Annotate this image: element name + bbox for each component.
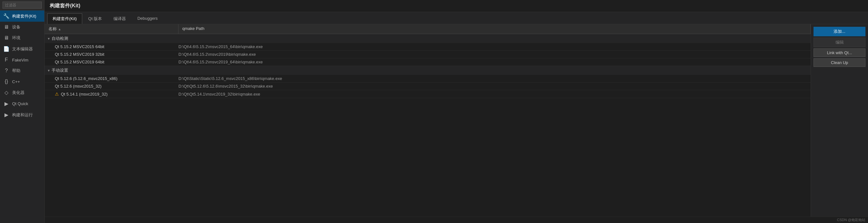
sidebar-icon-env: 🖥 bbox=[3, 35, 9, 41]
sidebar-label-qt-quick: Qt Quick bbox=[12, 101, 28, 106]
sidebar-icon-fakevim: F bbox=[3, 57, 9, 63]
sidebar-item-qt-quick[interactable]: ▶ Qt Quick bbox=[0, 98, 44, 109]
kit-path: D:\Qt\4.6\5.15.2\msvc2019\bin\qmake.exe bbox=[179, 52, 808, 57]
page-title: 构建套件(Kit) bbox=[44, 0, 868, 12]
kit-name: Qt 5.12.6 (msvc2015_32) bbox=[55, 84, 102, 89]
sidebar-label-env: 环境 bbox=[12, 35, 21, 41]
kit-table: 名称 ▲ qmake Path ▼ 自动检测 Qt 5.15.2 MSVC201… bbox=[44, 24, 811, 217]
kit-name: Qt 5.12.6 (5.12.6_msvc2015_x86) bbox=[55, 76, 118, 81]
table-row[interactable]: ⚠ Qt 5.14.1 (msvc2019_32) D:\Qt\Qt5.14.1… bbox=[44, 90, 811, 98]
section-header-manual[interactable]: ▼ 手动设置 bbox=[44, 66, 811, 75]
sidebar-item-devices[interactable]: 🖥 设备 bbox=[0, 22, 44, 32]
sidebar-icon-build-run: ▶ bbox=[3, 112, 9, 118]
row-name: Qt 5.15.2 MSVC2019 64bit bbox=[55, 60, 179, 64]
column-header-name: 名称 ▲ bbox=[44, 24, 179, 34]
sidebar-item-build-kit[interactable]: 🔧 构建套件(Kit) bbox=[0, 10, 44, 22]
edit-button[interactable]: 编辑 bbox=[813, 38, 865, 47]
sort-icon: ▲ bbox=[58, 27, 61, 31]
sidebar-label-cpp: C++ bbox=[12, 79, 20, 84]
table-header: 名称 ▲ qmake Path bbox=[44, 24, 811, 34]
sidebar-item-beautifier[interactable]: ◇ 美化器 bbox=[0, 87, 44, 98]
add-button[interactable]: 添加... bbox=[813, 27, 865, 36]
row-name: Qt 5.12.6 (5.12.6_msvc2015_x86) bbox=[55, 76, 179, 81]
kit-name: Qt 5.14.1 (msvc2019_32) bbox=[61, 92, 108, 97]
sidebar-icon-cpp: {} bbox=[3, 79, 9, 85]
kit-path: D:\Qt\Qt5.14.1\msvc2019_32\bin\qmake.exe bbox=[179, 92, 808, 97]
sidebar: 🔧 构建套件(Kit) 🖥 设备 🖥 环境 📄 文本编辑器 F FakeVim … bbox=[0, 0, 44, 223]
sidebar-item-build-run[interactable]: ▶ 构建和运行 bbox=[0, 109, 44, 120]
kit-name: Qt 5.15.2 MSVC2019 32bit bbox=[55, 52, 104, 57]
table-row[interactable]: Qt 5.15.2 MSVC2015 64bit D:\Qt\4.6\5.15.… bbox=[44, 43, 811, 51]
table-area: 名称 ▲ qmake Path ▼ 自动检测 Qt 5.15.2 MSVC201… bbox=[44, 24, 868, 217]
tab-compiler[interactable]: 编译器 bbox=[108, 13, 131, 24]
sidebar-filter-container bbox=[0, 0, 44, 10]
section-header-auto-detect[interactable]: ▼ 自动检测 bbox=[44, 34, 811, 43]
kit-path: D:\Qt\Static\Static\5.12.6_msvc2015_x86\… bbox=[179, 76, 808, 81]
right-buttons-panel: 添加... 编辑 Link with Qt... Clean Up bbox=[811, 24, 868, 217]
table-body: ▼ 自动检测 Qt 5.15.2 MSVC2015 64bit D:\Qt\4.… bbox=[44, 34, 811, 98]
footer: CSDN @炮彩炮站 bbox=[44, 217, 868, 223]
sidebar-label-devices: 设备 bbox=[12, 24, 21, 30]
row-name: ⚠ Qt 5.14.1 (msvc2019_32) bbox=[55, 91, 179, 97]
column-header-path: qmake Path bbox=[179, 24, 811, 34]
main-content: 构建套件(Kit) 构建套件(Kit)Qt 版本编译器Debuggers 名称 … bbox=[44, 0, 868, 223]
warning-icon: ⚠ bbox=[55, 91, 59, 97]
filter-input[interactable] bbox=[3, 2, 42, 9]
sidebar-label-fakevim: FakeVim bbox=[12, 58, 28, 62]
sidebar-icon-text-editor: 📄 bbox=[3, 46, 9, 52]
sidebar-label-build-kit: 构建套件(Kit) bbox=[12, 13, 36, 19]
kit-path: D:\Qt\4.6\5.15.2\msvc2019_64\bin\qmake.e… bbox=[179, 60, 808, 64]
section-label-auto-detect: 自动检测 bbox=[52, 36, 68, 41]
sidebar-icon-qt-quick: ▶ bbox=[3, 101, 9, 107]
sidebar-label-text-editor: 文本编辑器 bbox=[12, 46, 33, 52]
table-row[interactable]: Qt 5.12.6 (5.12.6_msvc2015_x86) D:\Qt\St… bbox=[44, 75, 811, 83]
tab-debuggers[interactable]: Debuggers bbox=[132, 13, 163, 24]
kit-name: Qt 5.15.2 MSVC2019 64bit bbox=[55, 60, 104, 64]
chevron-manual: ▼ bbox=[47, 69, 50, 72]
link-with-qt-button[interactable]: Link with Qt... bbox=[813, 49, 865, 57]
clean-up-button[interactable]: Clean Up bbox=[813, 58, 865, 67]
section-label-manual: 手动设置 bbox=[52, 67, 68, 73]
sidebar-label-beautifier: 美化器 bbox=[12, 90, 25, 96]
kit-path: D:\Qt\Qt5.12.6\5.12.6\msvc2015_32\bin\qm… bbox=[179, 84, 808, 89]
row-name: Qt 5.15.2 MSVC2015 64bit bbox=[55, 44, 179, 49]
table-row[interactable]: Qt 5.15.2 MSVC2019 32bit D:\Qt\4.6\5.15.… bbox=[44, 51, 811, 58]
table-row[interactable]: Qt 5.12.6 (msvc2015_32) D:\Qt\Qt5.12.6\5… bbox=[44, 83, 811, 90]
sidebar-label-help: 帮助 bbox=[12, 68, 21, 73]
tab-kit[interactable]: 构建套件(Kit) bbox=[47, 13, 82, 24]
sidebar-label-build-run: 构建和运行 bbox=[12, 112, 33, 118]
chevron-auto-detect: ▼ bbox=[47, 37, 50, 40]
tab-qt-version[interactable]: Qt 版本 bbox=[83, 13, 107, 24]
kit-name: Qt 5.15.2 MSVC2015 64bit bbox=[55, 44, 104, 49]
sidebar-item-cpp[interactable]: {} C++ bbox=[0, 76, 44, 87]
sidebar-item-fakevim[interactable]: F FakeVim bbox=[0, 55, 44, 65]
table-row[interactable]: Qt 5.15.2 MSVC2019 64bit D:\Qt\4.6\5.15.… bbox=[44, 58, 811, 66]
sidebar-item-text-editor[interactable]: 📄 文本编辑器 bbox=[0, 43, 44, 55]
tabs-bar: 构建套件(Kit)Qt 版本编译器Debuggers bbox=[44, 12, 868, 24]
sidebar-icon-beautifier: ◇ bbox=[3, 90, 9, 96]
sidebar-icon-devices: 🖥 bbox=[3, 24, 9, 30]
sidebar-icon-build-kit: 🔧 bbox=[3, 13, 9, 19]
sidebar-icon-help: ? bbox=[3, 68, 9, 73]
kit-path: D:\Qt\4.6\5.15.2\msvc2015_64\bin\qmake.e… bbox=[179, 44, 808, 49]
sidebar-item-help[interactable]: ? 帮助 bbox=[0, 65, 44, 76]
row-name: Qt 5.15.2 MSVC2019 32bit bbox=[55, 52, 179, 57]
sidebar-item-env[interactable]: 🖥 环境 bbox=[0, 32, 44, 43]
row-name: Qt 5.12.6 (msvc2015_32) bbox=[55, 84, 179, 89]
